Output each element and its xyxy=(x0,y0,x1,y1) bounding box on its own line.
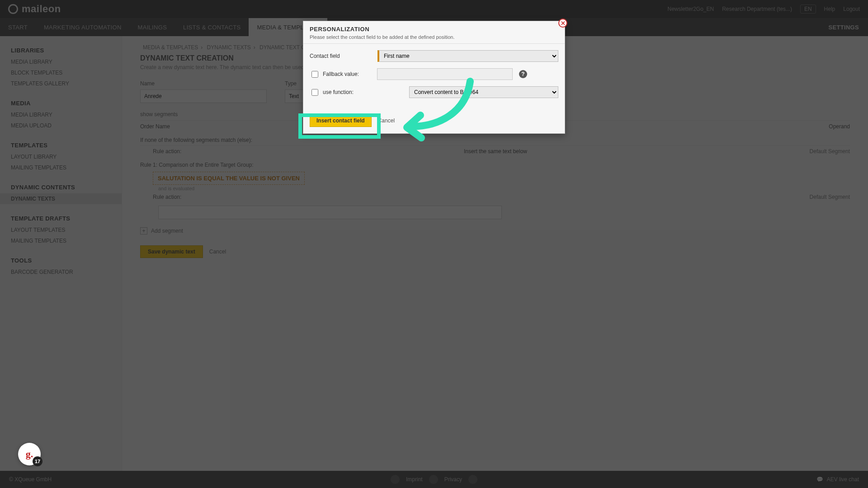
contact-field-select[interactable]: First name xyxy=(377,50,558,62)
fallback-label: Fallback value: xyxy=(323,71,377,77)
contact-field-row: Contact field First name xyxy=(310,50,558,62)
close-icon[interactable]: ✕ xyxy=(558,19,567,28)
modal-header: PERSONALIZATION Please select the contac… xyxy=(303,21,565,44)
insert-contact-field-button[interactable]: Insert contact field xyxy=(310,114,372,127)
function-checkbox[interactable] xyxy=(311,89,318,96)
fallback-input[interactable] xyxy=(377,68,513,80)
modal-subtitle: Please select the contact field to be ad… xyxy=(310,34,558,40)
modal-cancel-link[interactable]: Cancel xyxy=(378,117,395,124)
help-widget[interactable]: g. 17 xyxy=(18,443,41,465)
contact-field-label: Contact field xyxy=(310,53,377,59)
help-icon[interactable]: ? xyxy=(519,70,527,78)
modal-title: PERSONALIZATION xyxy=(310,26,558,33)
widget-glyph: g. xyxy=(26,448,33,460)
function-select[interactable]: Convert content to Base64 xyxy=(409,86,558,98)
function-row: use function: Convert content to Base64 xyxy=(310,86,558,98)
modal-footer: Insert contact field Cancel xyxy=(303,111,565,133)
fallback-row: Fallback value: ? xyxy=(310,68,558,80)
fallback-checkbox[interactable] xyxy=(311,71,318,78)
modal-body: Contact field First name Fallback value:… xyxy=(303,44,565,111)
personalization-modal: ✕ PERSONALIZATION Please select the cont… xyxy=(303,21,565,134)
function-label: use function: xyxy=(323,89,377,95)
widget-badge: 17 xyxy=(33,456,42,466)
